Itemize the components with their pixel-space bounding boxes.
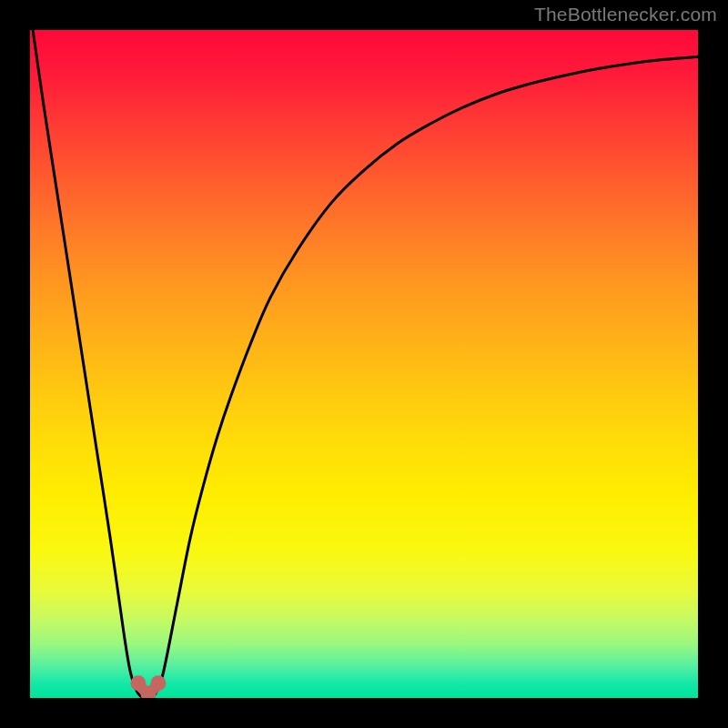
curve-layer [30,30,698,698]
chart-frame: TheBottlenecker.com [0,0,728,728]
watermark-text: TheBottlenecker.com [534,4,717,25]
bottleneck-curve [30,30,698,698]
plot-area [30,30,698,698]
marker-layer [130,675,166,698]
chart-svg [30,30,698,698]
